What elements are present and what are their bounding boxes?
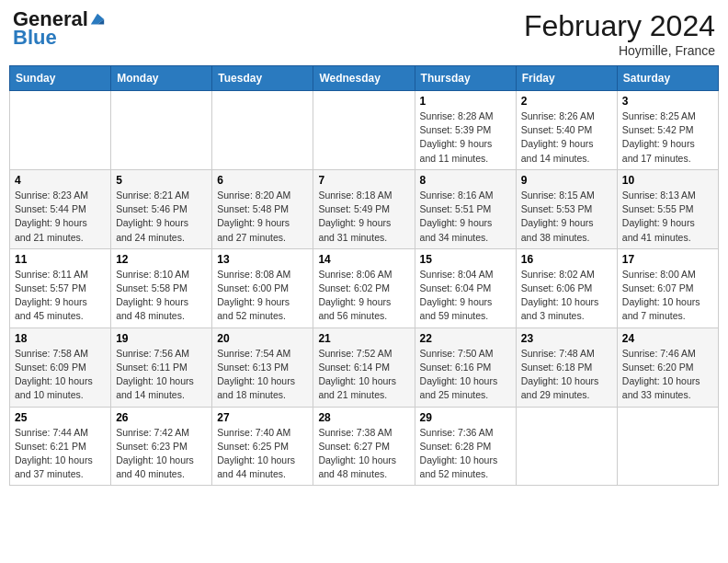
calendar-cell: 12Sunrise: 8:10 AMSunset: 5:58 PMDayligh… <box>111 248 212 327</box>
day-number: 27 <box>217 411 308 424</box>
day-number: 25 <box>15 411 106 424</box>
calendar-cell: 20Sunrise: 7:54 AMSunset: 6:13 PMDayligh… <box>212 327 313 407</box>
calendar-cell: 24Sunrise: 7:46 AMSunset: 6:20 PMDayligh… <box>617 327 718 407</box>
calendar-cell: 23Sunrise: 7:48 AMSunset: 6:18 PMDayligh… <box>516 327 617 407</box>
calendar-cell: 27Sunrise: 7:40 AMSunset: 6:25 PMDayligh… <box>212 407 313 486</box>
calendar-header: SundayMondayTuesdayWednesdayThursdayFrid… <box>10 66 719 91</box>
day-number: 4 <box>15 174 106 187</box>
calendar-cell <box>617 407 718 486</box>
day-info: Sunrise: 7:42 AMSunset: 6:23 PMDaylight:… <box>116 426 207 482</box>
calendar-cell: 17Sunrise: 8:00 AMSunset: 6:07 PMDayligh… <box>617 248 718 327</box>
day-number: 5 <box>116 174 207 187</box>
calendar-cell: 21Sunrise: 7:52 AMSunset: 6:14 PMDayligh… <box>313 327 415 407</box>
calendar-cell: 13Sunrise: 8:08 AMSunset: 6:00 PMDayligh… <box>212 248 313 327</box>
day-number: 28 <box>318 411 409 424</box>
location-subtitle: Hoymille, France <box>524 43 715 58</box>
day-number: 2 <box>521 95 612 108</box>
month-year-title: February 2024 <box>524 9 715 43</box>
weekday-header-tuesday: Tuesday <box>212 66 313 91</box>
calendar-cell: 10Sunrise: 8:13 AMSunset: 5:55 PMDayligh… <box>617 169 718 248</box>
weekday-header-thursday: Thursday <box>415 66 516 91</box>
calendar-cell: 16Sunrise: 8:02 AMSunset: 6:06 PMDayligh… <box>516 248 617 327</box>
day-number: 15 <box>420 253 511 266</box>
day-number: 19 <box>116 332 207 345</box>
day-info: Sunrise: 7:44 AMSunset: 6:21 PMDaylight:… <box>15 426 106 482</box>
day-info: Sunrise: 8:21 AMSunset: 5:46 PMDaylight:… <box>116 189 207 245</box>
weekday-header-sunday: Sunday <box>10 66 111 91</box>
day-number: 21 <box>318 332 409 345</box>
calendar-cell: 3Sunrise: 8:25 AMSunset: 5:42 PMDaylight… <box>617 91 718 170</box>
calendar-cell: 4Sunrise: 8:23 AMSunset: 5:44 PMDaylight… <box>10 169 111 248</box>
day-info: Sunrise: 8:06 AMSunset: 6:02 PMDaylight:… <box>318 268 409 324</box>
day-info: Sunrise: 8:16 AMSunset: 5:51 PMDaylight:… <box>420 189 511 245</box>
day-number: 3 <box>622 95 713 108</box>
day-number: 1 <box>420 95 511 108</box>
day-info: Sunrise: 7:36 AMSunset: 6:28 PMDaylight:… <box>420 426 511 482</box>
day-number: 14 <box>318 253 409 266</box>
day-info: Sunrise: 8:00 AMSunset: 6:07 PMDaylight:… <box>622 268 713 324</box>
calendar-cell <box>313 91 415 170</box>
day-info: Sunrise: 8:11 AMSunset: 5:57 PMDaylight:… <box>15 268 106 324</box>
calendar-week-3: 18Sunrise: 7:58 AMSunset: 6:09 PMDayligh… <box>10 327 719 407</box>
day-info: Sunrise: 7:46 AMSunset: 6:20 PMDaylight:… <box>622 347 713 403</box>
calendar-cell: 25Sunrise: 7:44 AMSunset: 6:21 PMDayligh… <box>10 407 111 486</box>
calendar-cell: 18Sunrise: 7:58 AMSunset: 6:09 PMDayligh… <box>10 327 111 407</box>
day-info: Sunrise: 7:38 AMSunset: 6:27 PMDaylight:… <box>318 426 409 482</box>
day-info: Sunrise: 8:15 AMSunset: 5:53 PMDaylight:… <box>521 189 612 245</box>
day-info: Sunrise: 8:13 AMSunset: 5:55 PMDaylight:… <box>622 189 713 245</box>
calendar-week-2: 11Sunrise: 8:11 AMSunset: 5:57 PMDayligh… <box>10 248 719 327</box>
day-info: Sunrise: 8:26 AMSunset: 5:40 PMDaylight:… <box>521 109 612 166</box>
day-info: Sunrise: 8:02 AMSunset: 6:06 PMDaylight:… <box>521 268 612 324</box>
day-number: 22 <box>420 332 511 345</box>
day-number: 11 <box>15 253 106 266</box>
calendar-cell: 19Sunrise: 7:56 AMSunset: 6:11 PMDayligh… <box>111 327 212 407</box>
day-info: Sunrise: 7:54 AMSunset: 6:13 PMDaylight:… <box>217 347 308 403</box>
calendar-cell: 8Sunrise: 8:16 AMSunset: 5:51 PMDaylight… <box>415 169 516 248</box>
weekday-header-wednesday: Wednesday <box>313 66 415 91</box>
calendar-cell: 15Sunrise: 8:04 AMSunset: 6:04 PMDayligh… <box>415 248 516 327</box>
day-info: Sunrise: 7:50 AMSunset: 6:16 PMDaylight:… <box>420 347 511 403</box>
calendar-week-1: 4Sunrise: 8:23 AMSunset: 5:44 PMDaylight… <box>10 169 719 248</box>
day-info: Sunrise: 8:18 AMSunset: 5:49 PMDaylight:… <box>318 189 409 245</box>
day-info: Sunrise: 8:23 AMSunset: 5:44 PMDaylight:… <box>15 189 106 245</box>
calendar-cell: 28Sunrise: 7:38 AMSunset: 6:27 PMDayligh… <box>313 407 415 486</box>
calendar-cell: 26Sunrise: 7:42 AMSunset: 6:23 PMDayligh… <box>111 407 212 486</box>
day-info: Sunrise: 8:04 AMSunset: 6:04 PMDaylight:… <box>420 268 511 324</box>
day-info: Sunrise: 7:40 AMSunset: 6:25 PMDaylight:… <box>217 426 308 482</box>
calendar-cell: 22Sunrise: 7:50 AMSunset: 6:16 PMDayligh… <box>415 327 516 407</box>
day-info: Sunrise: 7:58 AMSunset: 6:09 PMDaylight:… <box>15 347 106 403</box>
calendar-cell: 29Sunrise: 7:36 AMSunset: 6:28 PMDayligh… <box>415 407 516 486</box>
calendar-cell: 1Sunrise: 8:28 AMSunset: 5:39 PMDaylight… <box>415 91 516 170</box>
day-info: Sunrise: 7:52 AMSunset: 6:14 PMDaylight:… <box>318 347 409 403</box>
day-number: 26 <box>116 411 207 424</box>
calendar-week-4: 25Sunrise: 7:44 AMSunset: 6:21 PMDayligh… <box>10 407 719 486</box>
day-number: 18 <box>15 332 106 345</box>
calendar-cell <box>212 91 313 170</box>
calendar-cell <box>516 407 617 486</box>
day-info: Sunrise: 7:56 AMSunset: 6:11 PMDaylight:… <box>116 347 207 403</box>
weekday-header-monday: Monday <box>111 66 212 91</box>
logo: General Blue <box>13 9 106 50</box>
day-info: Sunrise: 8:25 AMSunset: 5:42 PMDaylight:… <box>622 109 713 166</box>
calendar-cell: 6Sunrise: 8:20 AMSunset: 5:48 PMDaylight… <box>212 169 313 248</box>
title-block: February 2024 Hoymille, France <box>524 9 715 58</box>
day-number: 24 <box>622 332 713 345</box>
day-number: 29 <box>420 411 511 424</box>
day-number: 8 <box>420 174 511 187</box>
calendar-cell: 7Sunrise: 8:18 AMSunset: 5:49 PMDaylight… <box>313 169 415 248</box>
calendar-cell: 5Sunrise: 8:21 AMSunset: 5:46 PMDaylight… <box>111 169 212 248</box>
day-number: 20 <box>217 332 308 345</box>
calendar-table: SundayMondayTuesdayWednesdayThursdayFrid… <box>9 65 719 486</box>
weekday-header-row: SundayMondayTuesdayWednesdayThursdayFrid… <box>10 66 719 91</box>
weekday-header-saturday: Saturday <box>617 66 718 91</box>
day-number: 17 <box>622 253 713 266</box>
page-header: General Blue February 2024 Hoymille, Fra… <box>9 9 719 58</box>
day-number: 9 <box>521 174 612 187</box>
day-info: Sunrise: 8:08 AMSunset: 6:00 PMDaylight:… <box>217 268 308 324</box>
day-number: 10 <box>622 174 713 187</box>
day-info: Sunrise: 7:48 AMSunset: 6:18 PMDaylight:… <box>521 347 612 403</box>
calendar-cell: 14Sunrise: 8:06 AMSunset: 6:02 PMDayligh… <box>313 248 415 327</box>
day-info: Sunrise: 8:10 AMSunset: 5:58 PMDaylight:… <box>116 268 207 324</box>
calendar-cell: 11Sunrise: 8:11 AMSunset: 5:57 PMDayligh… <box>10 248 111 327</box>
calendar-cell: 2Sunrise: 8:26 AMSunset: 5:40 PMDaylight… <box>516 91 617 170</box>
